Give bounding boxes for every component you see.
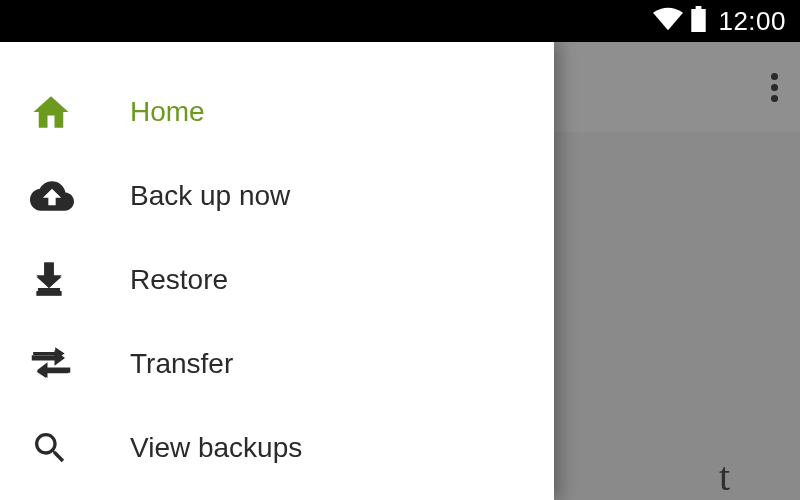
drawer-item-home[interactable]: Home <box>0 70 554 154</box>
battery-icon <box>691 6 706 36</box>
drawer-item-label: Restore <box>130 264 228 296</box>
svg-rect-1 <box>36 291 61 296</box>
drawer-item-label: Back up now <box>130 180 290 212</box>
search-icon <box>30 428 130 468</box>
drawer-item-label: Transfer <box>130 348 233 380</box>
background-partial-text: t <box>719 453 730 500</box>
svg-rect-2 <box>32 355 57 360</box>
svg-rect-3 <box>46 368 71 373</box>
drawer-item-transfer[interactable]: Transfer <box>0 322 554 406</box>
status-bar: 12:00 <box>0 0 800 42</box>
transfer-icon <box>30 343 130 385</box>
drawer-item-restore[interactable]: Restore <box>0 238 554 322</box>
drawer-item-view-backups[interactable]: View backups <box>0 406 554 490</box>
drawer-item-backup-now[interactable]: Back up now <box>0 154 554 238</box>
drawer-item-label: View backups <box>130 432 302 464</box>
navigation-drawer: Home Back up now Restore Transfer <box>0 42 554 500</box>
download-icon <box>30 261 130 299</box>
home-icon <box>30 91 130 133</box>
drawer-item-label: Home <box>130 96 205 128</box>
svg-rect-0 <box>44 263 54 277</box>
wifi-icon <box>653 7 683 35</box>
overflow-menu-icon[interactable] <box>771 73 778 102</box>
cloud-upload-icon <box>30 174 130 218</box>
clock-text: 12:00 <box>718 6 786 37</box>
